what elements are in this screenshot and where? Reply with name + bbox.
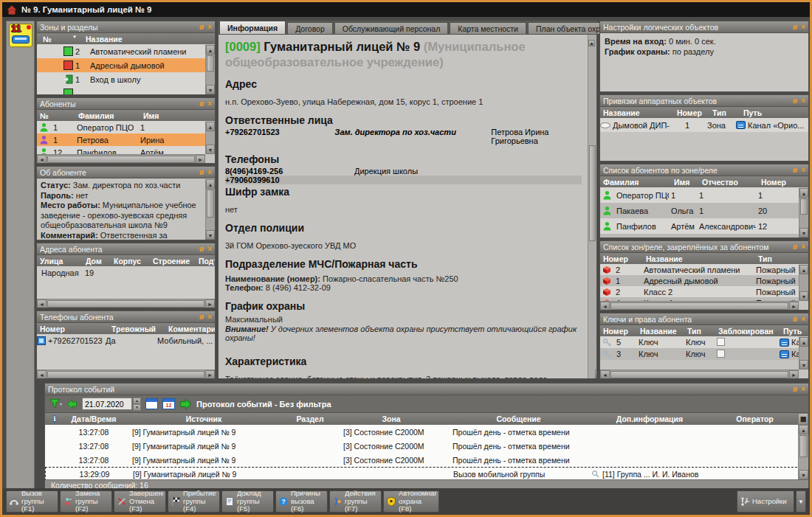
vertical-scrollbar[interactable]: ▲ ▼ <box>205 179 215 240</box>
event-row-selected[interactable]: 13:29:09 [9] Гуманитарный лицей № 9 Вызо… <box>45 467 808 479</box>
call-reasons-button[interactable]: ? Причинывызова (F6) <box>275 490 328 513</box>
column-header[interactable]: Сообщение <box>447 414 591 423</box>
scroll-right-icon[interactable]: ► <box>196 155 205 164</box>
event-row[interactable]: 13:27:08 [9] Гуманитарный лицей № 9 [3] … <box>45 439 808 453</box>
vertical-scrollbar[interactable]: ▲ ▼ <box>799 337 808 369</box>
scroll-thumb[interactable] <box>207 190 214 218</box>
column-header[interactable]: Подъ <box>196 257 215 266</box>
scroll-left-icon[interactable]: ◄ <box>600 302 610 310</box>
scroll-up-icon[interactable]: ▲ <box>206 179 215 189</box>
event-row[interactable]: 13:27:08 [9] Гуманитарный лицей № 9 [3] … <box>45 425 808 439</box>
pin-icon[interactable]: ø <box>793 164 797 176</box>
scroll-up-icon[interactable]: ▲ <box>799 188 808 198</box>
zone-abonent-row[interactable]: Оператор ПЦО 1 1 1 <box>600 187 799 203</box>
column-header[interactable]: Оператор <box>709 414 801 423</box>
scroll-right-icon[interactable]: ► <box>205 370 215 379</box>
vertical-scrollbar[interactable]: ▲ ▼ <box>799 188 808 237</box>
replace-group-button[interactable]: Заменагруппы (F2) <box>60 490 112 513</box>
scroll-thumb[interactable] <box>610 302 788 310</box>
tab-contract[interactable]: Договор <box>287 22 333 34</box>
hardware-row[interactable]: Дымовой ДИП-34 1 Зона Канал «Орио... <box>600 118 808 132</box>
vertical-scrollbar[interactable]: ▲ ▼ <box>205 45 215 94</box>
pin-icon[interactable]: ø <box>199 167 204 178</box>
column-header[interactable]: № <box>37 111 75 120</box>
horizontal-scrollbar[interactable]: ◄ ► <box>37 299 215 308</box>
close-icon[interactable]: × <box>801 384 805 395</box>
column-header[interactable]: Номер <box>600 254 643 263</box>
pin-icon[interactable]: ø <box>199 21 204 33</box>
group-actions-button[interactable]: Действиягруппы (F7) <box>329 490 382 513</box>
tab-information[interactable]: Информация <box>219 21 286 34</box>
arrival-group-button[interactable]: Прибытиегруппы (F4) <box>168 490 220 513</box>
zone-row-selected[interactable]: 1 Адресный дымовой <box>37 58 205 72</box>
column-header[interactable]: Отчество <box>699 178 758 187</box>
zone-row[interactable]: 2 Автоматический пламени <box>37 44 205 58</box>
column-header[interactable]: Путь <box>740 108 808 117</box>
pin-icon[interactable]: ø <box>793 95 797 107</box>
pin-icon[interactable]: ø <box>793 384 797 395</box>
blocked-checkbox[interactable] <box>717 338 725 346</box>
pin-icon[interactable]: ø <box>199 243 204 255</box>
date-input[interactable] <box>82 398 132 410</box>
next-day-icon[interactable] <box>179 398 192 410</box>
vertical-scrollbar[interactable]: ▲ ▼ <box>798 425 808 479</box>
column-header[interactable]: Фамилия <box>600 178 671 187</box>
column-header[interactable]: Название <box>637 327 684 336</box>
column-header[interactable]: Дом <box>83 257 111 266</box>
column-header[interactable]: Заблокирован <box>715 327 780 336</box>
scroll-down-icon[interactable]: ▼ <box>595 369 597 378</box>
prev-day-icon[interactable] <box>66 399 78 409</box>
autonomous-guard-button[interactable]: Автономнаяохрана (F8) <box>383 490 439 513</box>
column-header[interactable]: Тип <box>709 108 740 117</box>
tab-area-map[interactable]: Карта местности <box>450 22 526 34</box>
scroll-down-icon[interactable]: ▼ <box>206 145 215 154</box>
horizontal-scrollbar[interactable]: ◄ ► <box>37 369 215 378</box>
abonent-zone-row[interactable]: 2 Класс 2 Пожарный <box>600 286 799 297</box>
close-icon[interactable]: × <box>801 164 805 176</box>
settings-button[interactable]: Настройки <box>737 490 794 513</box>
settings-dropdown-icon[interactable]: ▼ <box>796 490 806 513</box>
abonent-zone-row[interactable]: 2 Автоматический пламени Пожарный <box>600 264 799 275</box>
scroll-up-icon[interactable]: ▲ <box>799 425 808 434</box>
close-icon[interactable]: × <box>207 243 212 255</box>
close-icon[interactable]: × <box>207 167 212 178</box>
column-header[interactable]: №▼ <box>37 35 83 44</box>
column-header[interactable]: Зона <box>336 414 447 423</box>
pin-icon[interactable]: ø <box>793 241 797 253</box>
abonent-row[interactable]: 12 Панфилов Артём <box>37 146 205 154</box>
scroll-left-icon[interactable]: ◄ <box>600 370 610 379</box>
column-header[interactable]: Дата/Время <box>64 414 123 423</box>
scroll-left-icon[interactable]: ◄ <box>37 299 47 308</box>
scroll-thumb[interactable] <box>47 300 204 308</box>
scroll-right-icon[interactable]: ► <box>789 302 799 310</box>
zone-abonent-row-partial[interactable]: Петрова Ирина Григорьевна 1 <box>600 234 799 237</box>
column-header[interactable]: Улица <box>37 257 83 266</box>
report-group-button[interactable]: Докладгруппы (F5) <box>221 490 274 513</box>
scroll-up-icon[interactable]: ▲ <box>799 337 808 347</box>
horizontal-scrollbar[interactable]: ◄ ► <box>37 154 205 163</box>
calendar-icon[interactable] <box>145 398 158 409</box>
column-header[interactable]: Название <box>600 108 674 117</box>
vertical-scrollbar[interactable]: ▲ ▼ <box>205 122 215 154</box>
horizontal-scrollbar[interactable]: ◄ ► <box>600 301 799 310</box>
date-spinner[interactable]: ▲▼ <box>133 398 141 410</box>
column-header[interactable]: Строение <box>150 257 196 266</box>
filter-funnel-icon[interactable]: ▾ <box>49 399 62 409</box>
scroll-thumb[interactable] <box>47 156 195 163</box>
close-icon[interactable]: × <box>207 98 212 110</box>
scroll-right-icon[interactable]: ► <box>205 299 215 308</box>
column-header[interactable]: Корпус <box>111 257 150 266</box>
column-header[interactable]: Путь <box>780 327 808 336</box>
key-row[interactable]: 5 Ключ Ключ Кана <box>600 336 799 348</box>
column-header[interactable]: Номер <box>37 325 109 333</box>
scroll-thumb[interactable] <box>610 371 788 378</box>
key-row[interactable]: 3 Ключ Ключ Кана <box>600 348 799 360</box>
scroll-thumb[interactable] <box>47 371 204 378</box>
vertical-scrollbar[interactable]: ▲ ▼ <box>799 265 808 301</box>
zone-row[interactable]: 1 Вход в школу <box>37 72 205 86</box>
scroll-thumb[interactable] <box>799 435 808 457</box>
column-header[interactable]: Источник <box>123 414 284 423</box>
abonent-row-selected[interactable]: 1 Петрова Ирина <box>37 133 205 146</box>
close-icon[interactable]: × <box>801 241 805 253</box>
event-row[interactable]: 13:27:08 [9] Гуманитарный лицей № 9 [3] … <box>45 453 808 467</box>
